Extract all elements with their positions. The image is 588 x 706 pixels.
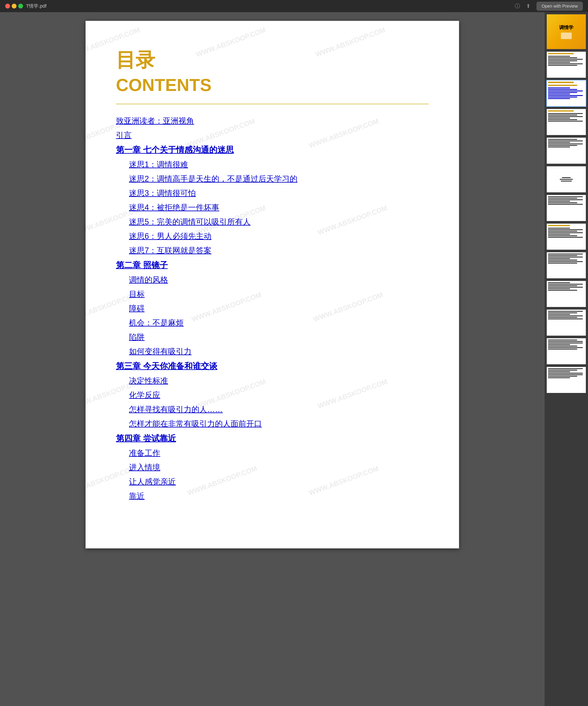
page-9-lines [548, 253, 585, 264]
p12-l1 [548, 340, 577, 341]
p13-l6 [548, 376, 577, 377]
toc-thumb-1 [548, 87, 570, 88]
open-with-preview-button[interactable]: Open with Preview [537, 2, 583, 11]
p8-l1 [548, 228, 570, 229]
p13-l4 [548, 373, 583, 374]
toc-item-2[interactable]: 第一章 七个关于情感沟通的迷思 [116, 144, 429, 156]
p8-l6 [548, 235, 577, 236]
p13-l5 [548, 374, 583, 375]
thumbnail-page-3[interactable] [546, 80, 586, 107]
cover-thumb-decoration [561, 33, 572, 39]
toc-item-14[interactable]: 机会：不是麻烦 [116, 317, 429, 329]
p10-l4 [548, 287, 583, 288]
toc-thumb-4 [548, 92, 577, 93]
p11-l1 [548, 311, 583, 312]
p5-l1 [548, 139, 577, 140]
toc-item-13[interactable]: 障碍 [116, 303, 429, 314]
thumbnail-page-4[interactable] [546, 109, 586, 135]
toc-item-12[interactable]: 目标 [116, 288, 429, 300]
thumbnail-page-6[interactable] [546, 166, 586, 193]
thumbnail-page-11[interactable] [546, 309, 586, 336]
page-3-thumbnail [547, 80, 586, 106]
info-icon[interactable]: ⓘ [515, 3, 520, 9]
thumb-line-5 [548, 62, 570, 63]
p11-l3 [548, 314, 570, 315]
toc-item-6[interactable]: 迷思4：被拒绝是一件坏事 [116, 202, 429, 213]
p4-l3 [548, 116, 583, 117]
thumbnail-page-7[interactable] [546, 195, 586, 222]
thumbnail-page-5[interactable] [546, 137, 586, 164]
page-4-thumbnail [547, 109, 586, 135]
toc-item-20[interactable]: 怎样寻找有吸引力的人…… [116, 403, 429, 415]
thumb-line-7 [548, 65, 577, 66]
thumbnail-page-1[interactable]: 调情学 [546, 14, 586, 49]
toc-item-1[interactable]: 引言 [116, 129, 429, 141]
thumbnail-page-10[interactable] [546, 280, 586, 307]
page-12-thumbnail [547, 338, 586, 364]
toc-item-7[interactable]: 迷思5：完美的调情可以吸引所有人 [116, 216, 429, 228]
p5-l5 [548, 145, 577, 146]
p13-l1 [548, 368, 583, 369]
toc-thumb-title-en [548, 85, 577, 86]
thumb-line-1 [548, 56, 570, 57]
p8-l3 [548, 231, 577, 232]
toc-item-5[interactable]: 迷思3：调情很可怕 [116, 187, 429, 199]
p10-l6 [548, 290, 577, 291]
toc-item-18[interactable]: 决定性标准 [116, 375, 429, 387]
toc-item-21[interactable]: 怎样才能在非常有吸引力的人面前开口 [116, 418, 429, 430]
p4-l1 [548, 113, 583, 114]
page-10-thumbnail [547, 281, 586, 307]
toc-thumb-8 [548, 98, 570, 99]
p11-l6 [548, 318, 583, 319]
toc-item-9[interactable]: 迷思7：互联网就是答案 [116, 245, 429, 257]
thumbnail-page-2[interactable] [546, 51, 586, 78]
toc-item-11[interactable]: 调情的风格 [116, 274, 429, 286]
toc-title-english: CONTENTS [116, 75, 429, 95]
p5-l2 [548, 141, 583, 141]
maximize-button[interactable] [18, 4, 23, 8]
p10-l3 [548, 285, 577, 286]
page-9-thumbnail [547, 252, 586, 278]
thumbnail-page-12[interactable] [546, 338, 586, 365]
toc-item-24[interactable]: 进入情境 [116, 462, 429, 473]
thumbnail-sidebar[interactable]: 调情学 [545, 12, 588, 706]
toc-item-23[interactable]: 准备工作 [116, 447, 429, 459]
toc-item-19[interactable]: 化学反应 [116, 389, 429, 401]
toc-item-4[interactable]: 迷思2：调情高手是天生的，不是通过后天学习的 [116, 173, 429, 185]
toc-item-3[interactable]: 迷思1：调情很难 [116, 159, 429, 170]
toc-item-22[interactable]: 第四章 尝试靠近 [116, 432, 429, 445]
toc-item-8[interactable]: 迷思6：男人必须先主动 [116, 230, 429, 242]
toc-thumb-2 [548, 89, 577, 90]
p7-l1 [548, 196, 583, 197]
toc-links: 致亚洲读者：亚洲视角引言第一章 七个关于情感沟通的迷思迷思1：调情很难迷思2：调… [116, 115, 429, 502]
p12-l3 [548, 343, 583, 344]
share-icon[interactable]: ⬆ [526, 3, 531, 9]
toc-item-17[interactable]: 第三章 今天你准备和谁交谈 [116, 360, 429, 372]
p4-title [548, 110, 574, 112]
thumbnail-page-8[interactable] [546, 223, 586, 250]
toc-item-10[interactable]: 第二章 照镜子 [116, 259, 429, 271]
p6-center-2 [560, 179, 573, 180]
toc-item-26[interactable]: 靠近 [116, 490, 429, 502]
toc-item-25[interactable]: 让人感觉亲近 [116, 476, 429, 487]
close-button[interactable] [5, 4, 10, 8]
toc-title-chinese: 目录 [116, 47, 429, 73]
page-5-thumbnail [547, 138, 586, 164]
thumb-line-3 [548, 59, 583, 60]
minimize-button[interactable] [12, 4, 16, 8]
toc-item-0[interactable]: 致亚洲读者：亚洲视角 [116, 115, 429, 127]
toc-item-15[interactable]: 陷阱 [116, 331, 429, 343]
p13-l3 [548, 371, 570, 372]
p13-l7 [548, 377, 570, 378]
p12-l2 [548, 341, 583, 342]
p8-title [548, 225, 570, 226]
p12-l6 [548, 347, 583, 348]
thumbnail-page-13[interactable] [546, 366, 586, 393]
thumbnail-page-9[interactable] [546, 252, 586, 279]
p11-l4 [548, 315, 583, 316]
page-10-lines [548, 282, 585, 291]
p11-l5 [548, 317, 577, 318]
p5-l6 [548, 147, 570, 147]
toc-item-16[interactable]: 如何变得有吸引力 [116, 346, 429, 357]
p6-center-1 [562, 177, 571, 178]
